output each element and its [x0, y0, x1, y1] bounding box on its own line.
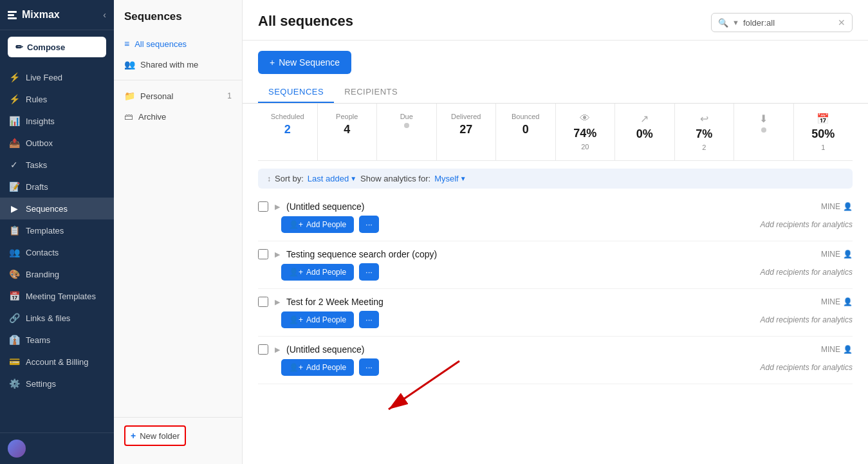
sequence-checkbox-2[interactable] — [258, 249, 268, 259]
search-bar[interactable]: 🔍 ▼ folder:all ✕ — [711, 13, 853, 32]
search-dropdown-icon[interactable]: ▼ — [732, 19, 739, 26]
new-sequence-button[interactable]: + New Sequence — [258, 51, 351, 74]
sub-nav-label: Shared with me — [140, 60, 198, 70]
sequence-item-3: ▶ Test for 2 Week Meeting MINE 👤 👤+ Add … — [258, 289, 853, 337]
sequence-checkbox-4[interactable] — [258, 344, 268, 355]
sequence-name-1[interactable]: (Untitled sequence) — [286, 201, 815, 212]
sort-chevron-icon: ▼ — [350, 175, 356, 182]
stat-due: Due — [377, 104, 437, 160]
stat-open-rate: 👁 74% 20 — [556, 104, 616, 160]
add-people-label-4: Add People — [306, 363, 346, 372]
sequence-owner-2: MINE 👤 — [821, 250, 853, 259]
sub-nav-all-sequences[interactable]: ≡ All sequences — [114, 33, 242, 54]
sidebar-item-links-files[interactable]: 🔗 Links & files — [0, 307, 114, 329]
branding-icon: 🎨 — [9, 269, 19, 279]
tabs-row: SEQUENCES RECIPIENTS — [243, 74, 868, 104]
sidebar-item-teams[interactable]: 👔 Teams — [0, 329, 114, 351]
stat-scheduled-label: Scheduled — [271, 113, 304, 120]
stat-calendar-rate-value: 50% — [811, 127, 835, 141]
add-people-button-4[interactable]: 👤+ Add People — [281, 359, 354, 376]
forward-rate-icon: ⬇ — [759, 113, 768, 125]
more-button-1[interactable]: ··· — [359, 216, 379, 233]
sequence-name-3[interactable]: Test for 2 Week Meeting — [286, 297, 815, 307]
compose-button[interactable]: ✏ Compose — [8, 37, 106, 57]
sidebar-item-account-billing[interactable]: 💳 Account & Billing — [0, 351, 114, 373]
sidebar-item-label: Meeting Templates — [26, 292, 96, 301]
stat-forward-rate: ⬇ — [734, 104, 794, 160]
add-people-button-2[interactable]: 👤+ Add People — [281, 264, 354, 281]
analytics-value-button[interactable]: Myself ▼ — [434, 174, 466, 183]
sidebar-item-contacts[interactable]: 👥 Contacts — [0, 241, 114, 263]
account-billing-icon: 💳 — [9, 357, 19, 367]
sidebar-item-insights[interactable]: 📊 Insights — [0, 110, 114, 132]
owner-icon-2: 👤 — [843, 250, 853, 259]
sequence-expand-1[interactable]: ▶ — [275, 203, 280, 211]
teams-icon: 👔 — [9, 335, 19, 345]
avatar-image — [8, 440, 26, 458]
sidebar-item-label: Drafts — [26, 182, 48, 192]
page-title: All sequences — [258, 13, 353, 30]
tab-sequences[interactable]: SEQUENCES — [258, 82, 334, 103]
sidebar-logo: Mixmax — [8, 9, 60, 21]
add-people-label-3: Add People — [306, 315, 346, 324]
meeting-templates-icon: 📅 — [9, 291, 19, 301]
sequence-name-4[interactable]: (Untitled sequence) — [286, 344, 815, 355]
sequence-checkbox-3[interactable] — [258, 297, 268, 307]
more-button-2[interactable]: ··· — [359, 263, 379, 281]
sequence-expand-4[interactable]: ▶ — [275, 346, 280, 354]
owner-icon-3: 👤 — [843, 297, 853, 306]
click-rate-icon: ↗ — [640, 113, 649, 125]
logo-icon — [8, 11, 17, 19]
open-rate-icon: 👁 — [580, 113, 590, 124]
add-people-icon-1: 👤+ — [289, 220, 303, 229]
sequences-list: ▶ (Untitled sequence) MINE 👤 👤+ Add Peop… — [243, 189, 868, 464]
sidebar-item-meeting-templates[interactable]: 📅 Meeting Templates — [0, 285, 114, 307]
stat-open-rate-value: 74% — [573, 127, 596, 140]
sort-bar: ↕ Sort by: Last added ▼ Show analytics f… — [258, 169, 853, 189]
sub-nav-archive[interactable]: 🗃 Archive — [114, 106, 242, 127]
sequence-owner-3: MINE 👤 — [821, 297, 853, 306]
tab-recipients[interactable]: RECIPIENTS — [334, 82, 408, 103]
sub-nav-personal[interactable]: 📁 Personal 1 — [114, 86, 242, 106]
sidebar-item-templates[interactable]: 📋 Templates — [0, 219, 114, 241]
more-button-3[interactable]: ··· — [359, 311, 379, 328]
sidebar-item-sequences[interactable]: ▶ Sequences — [0, 198, 114, 219]
sequence-expand-2[interactable]: ▶ — [275, 250, 280, 259]
stat-click-rate: ↗ 0% — [615, 104, 675, 160]
sidebar-item-outbox[interactable]: 📤 Outbox — [0, 132, 114, 154]
search-clear-button[interactable]: ✕ — [838, 17, 845, 28]
sidebar-item-label: Settings — [26, 379, 56, 389]
sequence-name-2[interactable]: Testing sequence search order (copy) — [286, 249, 815, 259]
sequence-item-2: ▶ Testing sequence search order (copy) M… — [258, 241, 853, 289]
search-input[interactable]: folder:all — [743, 18, 834, 28]
avatar[interactable] — [8, 440, 26, 458]
sub-nav-shared-with-me[interactable]: 👥 Shared with me — [114, 54, 242, 75]
personal-badge: 1 — [227, 91, 232, 100]
more-button-4[interactable]: ··· — [359, 358, 379, 376]
stat-bounced-label: Bounced — [512, 113, 539, 120]
collapse-sidebar-button[interactable]: ‹ — [103, 10, 106, 20]
add-people-button-1[interactable]: 👤+ Add People — [281, 216, 354, 233]
compose-icon: ✏ — [15, 42, 23, 52]
sidebar-item-rules[interactable]: ⚡ Rules — [0, 88, 114, 110]
new-folder-button[interactable]: + New folder — [124, 425, 186, 446]
logo-bar-1 — [8, 11, 17, 13]
reply-rate-icon: ↩ — [700, 113, 708, 125]
sort-value-button[interactable]: Last added ▼ — [308, 174, 356, 183]
logo-bar-3 — [8, 17, 17, 19]
add-people-button-3[interactable]: 👤+ Add People — [281, 311, 354, 328]
sidebar-item-live-feed[interactable]: ⚡ Live Feed — [0, 66, 114, 88]
sub-sidebar: Sequences ≡ All sequences 👥 Shared with … — [114, 0, 243, 464]
sidebar-item-branding[interactable]: 🎨 Branding — [0, 263, 114, 285]
sequence-expand-3[interactable]: ▶ — [275, 298, 280, 306]
sidebar-item-settings[interactable]: ⚙️ Settings — [0, 373, 114, 394]
sequence-actions-1: 👤+ Add People ··· Add recipients for ana… — [281, 216, 853, 233]
stats-row: Scheduled 2 People 4 Due Delivered 27 Bo… — [258, 104, 853, 161]
sequence-row-3: ▶ Test for 2 Week Meeting MINE 👤 — [258, 297, 853, 307]
sidebar-item-tasks[interactable]: ✓ Tasks — [0, 154, 114, 176]
sidebar-item-drafts[interactable]: 📝 Drafts — [0, 176, 114, 198]
stat-due-dot — [404, 123, 409, 128]
sub-sidebar-divider — [114, 80, 242, 80]
sort-value-label: Last added — [308, 174, 349, 183]
sequence-checkbox-1[interactable] — [258, 201, 268, 212]
